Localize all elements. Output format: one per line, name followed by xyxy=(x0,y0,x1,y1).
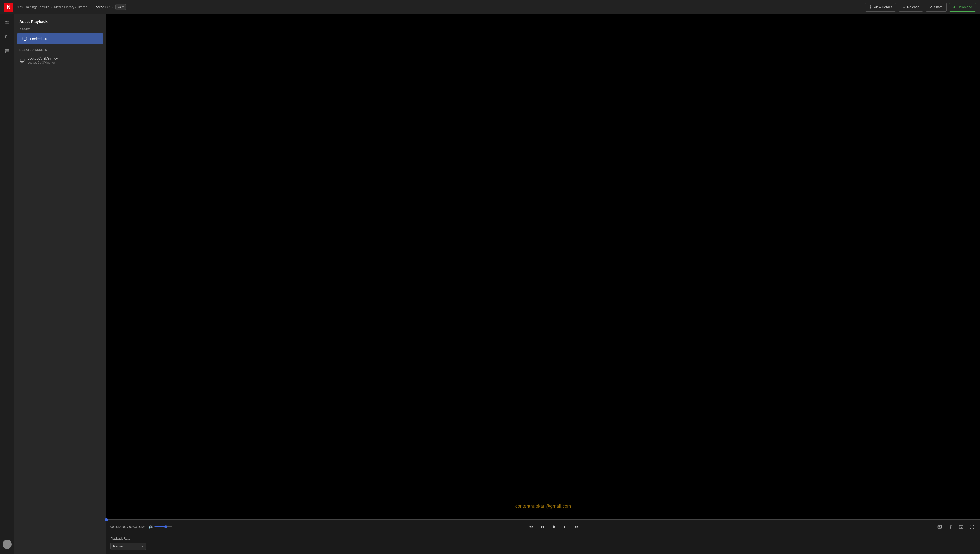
player-controls: 00:00:00:00 / 00:03:00:04 🔊 xyxy=(106,519,980,554)
volume-slider[interactable] xyxy=(154,526,172,527)
rewind-button[interactable] xyxy=(527,522,536,532)
time-display: 00:00:00:00 / 00:03:00:04 xyxy=(110,525,145,529)
step-forward-button[interactable] xyxy=(560,522,570,532)
netflix-logo: N xyxy=(4,3,13,12)
sidebar-icon-folder[interactable] xyxy=(3,33,11,41)
related-assets-section: RELATED ASSETS LockedCut3Min.mov LockedC… xyxy=(14,44,106,67)
volume-icon[interactable]: 🔊 xyxy=(148,525,153,529)
panel-title: Asset Playback xyxy=(14,14,106,28)
version-selector[interactable]: v4 ▾ xyxy=(116,4,126,10)
svg-rect-7 xyxy=(23,37,27,40)
related-asset-info: LockedCut3Min.mov LockedCut3Min.mov xyxy=(28,56,58,64)
asset-type-icon xyxy=(22,36,28,41)
aspect-ratio-button[interactable] xyxy=(957,523,965,531)
download-label: Download xyxy=(957,5,972,9)
video-container[interactable]: contenthubkarl@gmail.com xyxy=(106,14,980,519)
related-asset-sub: LockedCut3Min.mov xyxy=(28,61,58,64)
settings-button[interactable] xyxy=(946,523,955,531)
download-button[interactable]: ⬇ Download xyxy=(949,3,976,12)
related-asset-name: LockedCut3Min.mov xyxy=(28,56,58,60)
release-button[interactable]: ↔ Release xyxy=(899,3,923,12)
svg-rect-1 xyxy=(5,23,6,24)
svg-rect-0 xyxy=(5,21,6,22)
topbar-actions: ⓘ View Details ↔ Release ↗ Share ⬇ Downl… xyxy=(865,3,976,12)
playback-rate-select[interactable]: Paused 0.25x 0.5x 0.75x 1x 1.25x 1.5x 2x xyxy=(110,543,146,550)
fullscreen-button[interactable] xyxy=(968,523,976,531)
volume-thumb xyxy=(164,525,167,529)
breadcrumb-sep-2: / xyxy=(91,5,92,9)
subtitles-button[interactable] xyxy=(935,523,944,531)
step-back-button[interactable] xyxy=(538,522,547,532)
release-label: Release xyxy=(907,5,920,9)
svg-rect-6 xyxy=(5,52,9,53)
breadcrumb: NPS Training: Feature / Media Library (F… xyxy=(16,4,862,10)
volume-control: 🔊 xyxy=(148,525,172,529)
share-button[interactable]: ↗ Share xyxy=(926,3,947,12)
version-label: v4 xyxy=(118,5,121,9)
info-icon: ⓘ xyxy=(869,5,872,10)
asset-section-label: ASSET xyxy=(14,28,106,33)
playback-buttons xyxy=(175,522,932,532)
svg-point-12 xyxy=(950,526,951,528)
breadcrumb-item-1[interactable]: NPS Training: Feature xyxy=(16,5,49,9)
left-panel: Asset Playback ASSET Locked Cut RELATED … xyxy=(14,14,106,554)
topbar: N NPS Training: Feature / Media Library … xyxy=(0,0,980,14)
sidebar-icon-play[interactable] xyxy=(3,18,11,27)
playback-rate-label: Playback Rate xyxy=(110,537,976,540)
right-controls xyxy=(935,523,976,531)
watermark: contenthubkarl@gmail.com xyxy=(515,504,571,509)
chevron-down-icon: ▾ xyxy=(122,5,124,9)
download-icon: ⬇ xyxy=(953,5,956,9)
play-pause-button[interactable] xyxy=(549,522,558,532)
breadcrumb-sep-3: / xyxy=(112,5,113,9)
svg-rect-4 xyxy=(5,49,9,50)
total-time: 00:03:00:04 xyxy=(129,525,145,529)
breadcrumb-item-2[interactable]: Media Library (Filtered) xyxy=(54,5,88,9)
controls-row: 00:00:00:00 / 00:03:00:04 🔊 xyxy=(106,520,980,533)
svg-rect-3 xyxy=(7,23,8,24)
playback-rate-section: Playback Rate Paused 0.25x 0.5x 0.75x 1x… xyxy=(106,533,980,554)
view-details-button[interactable]: ⓘ View Details xyxy=(865,3,896,12)
asset-item-locked-cut[interactable]: Locked Cut xyxy=(17,33,103,44)
related-assets-label: RELATED ASSETS xyxy=(14,48,106,54)
breadcrumb-sep-1: / xyxy=(51,5,52,9)
related-asset-item[interactable]: LockedCut3Min.mov LockedCut3Min.mov xyxy=(14,54,106,67)
playback-rate-wrapper: Paused 0.25x 0.5x 0.75x 1x 1.25x 1.5x 2x xyxy=(110,543,146,550)
sidebar-icon-list[interactable] xyxy=(3,47,11,55)
file-icon xyxy=(19,58,25,64)
icon-sidebar xyxy=(0,14,14,554)
svg-rect-5 xyxy=(5,51,9,52)
svg-rect-9 xyxy=(938,525,942,529)
progress-thumb[interactable] xyxy=(105,518,108,521)
view-details-label: View Details xyxy=(874,5,892,9)
release-icon: ↔ xyxy=(902,5,906,9)
current-time: 00:00:00:00 xyxy=(110,525,126,529)
fast-forward-button[interactable] xyxy=(572,522,581,532)
share-icon: ↗ xyxy=(929,5,932,9)
user-avatar[interactable] xyxy=(3,540,12,549)
progress-bar[interactable] xyxy=(106,519,980,520)
svg-rect-2 xyxy=(7,21,8,22)
video-area: contenthubkarl@gmail.com 00:00:00:00 / 0… xyxy=(106,14,980,554)
main-layout: Asset Playback ASSET Locked Cut RELATED … xyxy=(0,14,980,554)
svg-rect-8 xyxy=(21,59,24,62)
breadcrumb-item-3: Locked Cut xyxy=(94,5,110,9)
share-label: Share xyxy=(934,5,943,9)
asset-name: Locked Cut xyxy=(30,37,48,41)
